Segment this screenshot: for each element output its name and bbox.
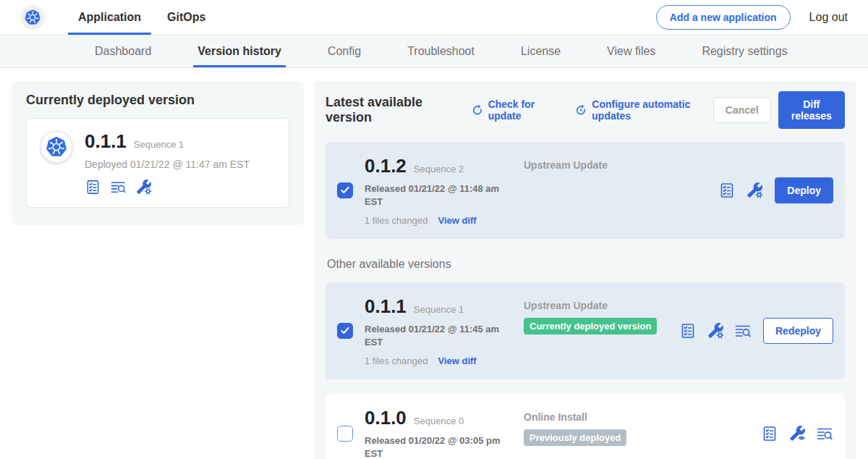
released-timestamp: Released 01/20/22 @ 03:05 pm EST (365, 434, 502, 459)
diff-releases-button[interactable]: Diff releases (778, 91, 845, 129)
configure-automatic-updates-label: Configure automatic updates (592, 98, 712, 122)
schedule-refresh-icon (574, 104, 587, 117)
other-available-versions-title: Other available versions (327, 258, 845, 271)
deploy-logs-icon[interactable] (734, 322, 752, 340)
app-nav-tabs: Application GitOps (68, 0, 221, 35)
deployed-version-card: 0.1.1 Sequence 1 Deployed 01/21/22 @ 11:… (26, 118, 289, 208)
deploy-logs-icon[interactable] (816, 425, 833, 442)
version-number: 0.1.0 (365, 407, 407, 429)
subnav-tab-license[interactable]: License (516, 35, 565, 67)
add-new-application-button[interactable]: Add a new application (656, 5, 791, 30)
tab-gitops[interactable]: GitOps (157, 0, 216, 35)
version-row-0-1-0: 0.1.0 Sequence 0 Released 01/20/22 @ 03:… (326, 394, 845, 459)
logout-link[interactable]: Log out (809, 11, 848, 24)
sequence-label: Sequence 0 (414, 416, 464, 426)
refresh-icon (471, 104, 484, 117)
view-diff-link[interactable]: View diff (438, 355, 476, 366)
tab-application[interactable]: Application (68, 0, 151, 35)
version-source-label: Upstream Update (524, 159, 708, 171)
subnav-tab-dashboard[interactable]: Dashboard (90, 35, 156, 67)
check-for-update-link[interactable]: Check for update (471, 98, 559, 122)
subnav-tab-view-files[interactable]: View files (603, 35, 660, 67)
app-icon (40, 130, 73, 164)
check-for-update-label: Check for update (488, 98, 559, 122)
preflight-checks-icon[interactable] (85, 179, 101, 195)
version-source-label: Upstream Update (524, 300, 669, 311)
preflight-checks-icon[interactable] (679, 322, 697, 340)
redeploy-button[interactable]: Redeploy (763, 318, 833, 344)
view-config-icon[interactable] (788, 425, 806, 442)
configure-automatic-updates-link[interactable]: Configure automatic updates (574, 98, 712, 122)
version-row-0-1-1: 0.1.1 Sequence 1 Released 01/21/22 @ 11:… (326, 282, 845, 379)
currently-deployed-panel: Currently deployed version 0.1.1 Sequenc… (12, 81, 304, 225)
version-source-label: Online Install (524, 411, 751, 423)
released-timestamp: Released 01/21/22 @ 11:45 am EST (365, 323, 502, 348)
edit-config-icon[interactable] (135, 179, 152, 195)
files-changed-label: 1 files changed (365, 355, 427, 366)
cancel-button[interactable]: Cancel (713, 97, 771, 123)
deployed-panel-title: Currently deployed version (26, 93, 289, 108)
subnav-tab-troubleshoot[interactable]: Troubleshoot (403, 35, 479, 67)
deploy-button[interactable]: Deploy (775, 177, 833, 203)
edit-config-icon[interactable] (746, 182, 763, 199)
top-navbar: Application GitOps Add a new application… (0, 0, 868, 35)
preflight-checks-icon[interactable] (761, 425, 778, 442)
version-checkbox[interactable] (337, 323, 353, 339)
version-row-0-1-2: 0.1.2 Sequence 2 Released 01/21/22 @ 11:… (326, 142, 845, 239)
app-subnav: Dashboard Version history Config Trouble… (0, 35, 868, 68)
version-number: 0.1.2 (365, 155, 407, 177)
preflight-checks-icon[interactable] (718, 182, 736, 199)
currently-deployed-badge: Currently deployed version (524, 318, 657, 334)
files-changed-label: 1 files changed (365, 215, 427, 226)
available-panel-title: Latest available version (326, 95, 455, 125)
deployed-version-number: 0.1.1 (85, 130, 127, 153)
deploy-logs-icon[interactable] (110, 179, 127, 195)
version-checkbox[interactable] (337, 426, 353, 442)
edit-config-icon[interactable] (707, 322, 724, 340)
kubernetes-logo-icon (20, 5, 45, 30)
deployed-sequence-label: Sequence 1 (134, 139, 184, 150)
deployed-timestamp: Deployed 01/21/22 @ 11:47 am EST (85, 159, 250, 170)
sequence-label: Sequence 2 (414, 164, 464, 174)
sequence-label: Sequence 1 (414, 304, 464, 315)
previously-deployed-badge: Previously deployed (524, 429, 626, 446)
subnav-tab-version-history[interactable]: Version history (193, 35, 286, 67)
view-diff-link[interactable]: View diff (438, 215, 476, 226)
version-number: 0.1.1 (365, 295, 407, 318)
subnav-tab-config[interactable]: Config (323, 35, 365, 67)
released-timestamp: Released 01/21/22 @ 11:48 am EST (365, 182, 502, 208)
available-versions-panel: Latest available version Check for updat… (314, 81, 856, 459)
version-checkbox[interactable] (337, 182, 353, 198)
subnav-tab-registry-settings[interactable]: Registry settings (697, 35, 791, 67)
